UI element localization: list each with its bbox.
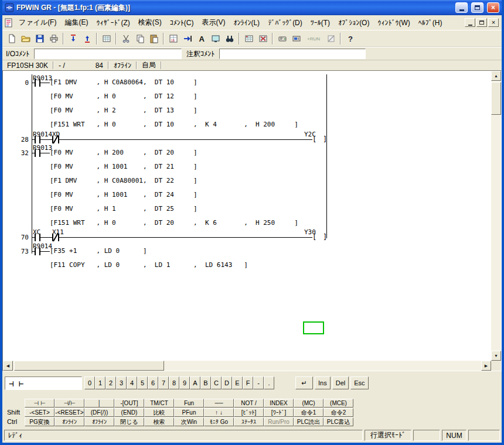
- enter-key[interactable]: ↵: [295, 376, 313, 389]
- function-key[interactable]: 検索: [144, 417, 174, 426]
- ladder-canvas[interactable]: 0 R9013 [F1 DMV , H C0A80064, DT 10 ] [F…: [3, 71, 491, 361]
- io-comment-input[interactable]: [34, 49, 182, 59]
- keypad-key[interactable]: F: [243, 376, 253, 389]
- vertical-scroll-thumb[interactable]: [491, 82, 501, 115]
- instruction[interactable]: [F1 DMV , H C0A80064, DT 10 ]: [50, 78, 197, 87]
- keypad-key[interactable]: .: [264, 376, 274, 389]
- menu-item[interactable]: 編集(E): [60, 15, 92, 30]
- keypad-key[interactable]: 2: [105, 376, 116, 389]
- paste-button[interactable]: [147, 32, 161, 45]
- instruction[interactable]: [F0 MV , H 1001 , DT 24 ]: [50, 191, 197, 199]
- function-key[interactable]: ｵﾌﾗｲﾝ: [84, 417, 114, 426]
- menu-item[interactable]: ｺﾒﾝﾄ(C): [166, 16, 198, 29]
- restore-button[interactable]: [471, 2, 483, 13]
- keypad-key[interactable]: 8: [169, 376, 179, 389]
- scroll-right-button[interactable]: ▶: [481, 361, 491, 371]
- keypad-key[interactable]: E: [232, 376, 243, 389]
- menu-item[interactable]: ｳｨﾝﾄﾞｳ(W): [373, 16, 414, 29]
- function-key[interactable]: 命令2: [323, 408, 353, 417]
- scroll-left-button[interactable]: ◀: [3, 361, 13, 371]
- keypad-key[interactable]: 6: [148, 376, 158, 389]
- keypad-key[interactable]: 1: [95, 376, 105, 389]
- plc-monitor-button[interactable]: [290, 32, 303, 45]
- function-key[interactable]: INDEX: [264, 399, 294, 408]
- keypad-key[interactable]: B: [200, 376, 211, 389]
- function-key[interactable]: (DF(/)): [84, 408, 114, 417]
- function-key[interactable]: TM/CT: [144, 399, 174, 408]
- scroll-down-button[interactable]: ▼: [491, 351, 501, 361]
- vertical-scrollbar[interactable]: ▲ ▼: [491, 71, 501, 361]
- keypad-key[interactable]: -: [253, 376, 264, 389]
- keypad-key[interactable]: 5: [137, 376, 148, 389]
- keypad-key[interactable]: Esc: [350, 376, 368, 389]
- menu-item[interactable]: ｳｨｻﾞｰﾄﾞ(Z): [92, 16, 134, 29]
- menu-item[interactable]: 表示(V): [197, 15, 229, 30]
- function-key[interactable]: PLC書込: [323, 417, 353, 426]
- function-key[interactable]: Fun: [174, 399, 204, 408]
- instruction[interactable]: [F1 DMV , H C0A80001, DT 22 ]: [50, 177, 197, 185]
- jump-button[interactable]: [181, 32, 194, 45]
- open-file-button[interactable]: [19, 32, 32, 45]
- instruction[interactable]: [F0 MV , H 1 , DT 25 ]: [50, 205, 197, 213]
- instruction[interactable]: [F151 WRT , H 0 , DT 20 , K 6 , H 250 ]: [50, 219, 298, 227]
- instruction[interactable]: [F11 COPY , LD 0 , LD 1 , LD 6143 ]: [50, 261, 248, 269]
- function-key[interactable]: ↑ ↓: [204, 408, 234, 417]
- plc-device-button[interactable]: [275, 32, 289, 45]
- menu-item[interactable]: ﾍﾙﾌﾟ(H): [414, 16, 447, 29]
- instruction[interactable]: [F151 WRT , H 0 , DT 10 , K 4 , H 200 ]: [50, 121, 298, 129]
- io-list-button[interactable]: [242, 32, 256, 45]
- menu-item[interactable]: ファイル(F): [15, 15, 60, 30]
- coil-open[interactable]: [: [312, 233, 316, 241]
- instruction[interactable]: [F0 MV , H 200 , DT 20 ]: [50, 149, 197, 157]
- function-key[interactable]: Run/Pro: [264, 417, 294, 426]
- close-button[interactable]: ×: [487, 2, 499, 13]
- mdi-minimize-button[interactable]: [465, 18, 475, 27]
- mdi-restore-button[interactable]: [476, 18, 487, 27]
- help-button[interactable]: ?: [343, 32, 357, 45]
- menu-item[interactable]: ﾂｰﾙ(T): [307, 16, 334, 29]
- function-key[interactable]: [ﾜｰﾄﾞ]: [264, 408, 294, 417]
- function-key[interactable]: NOT /: [234, 399, 264, 408]
- new-file-button[interactable]: [5, 32, 18, 45]
- copy-button[interactable]: [133, 32, 147, 45]
- instruction[interactable]: [F0 MV , H 0 , DT 12 ]: [50, 93, 197, 101]
- io-clear-button[interactable]: [256, 32, 270, 45]
- function-key[interactable]: 次Win: [174, 417, 204, 426]
- function-key[interactable]: ⊣ ⊢: [25, 399, 55, 408]
- function-key[interactable]: 命令1: [294, 408, 323, 417]
- function-key[interactable]: -<RESET>: [55, 408, 84, 417]
- hex-monitor-button[interactable]: 16: [166, 32, 180, 45]
- horizontal-scrollbar[interactable]: ◀ ▶: [3, 361, 491, 371]
- titlebar[interactable]: FPWIN GR - [無題1.fp:1 (画素編集)] ×: [2, 0, 502, 15]
- keypad-key[interactable]: 3: [116, 376, 127, 389]
- comment-edit-button[interactable]: A: [195, 32, 208, 45]
- coil-open[interactable]: [: [312, 135, 316, 143]
- function-key[interactable]: (MC): [294, 399, 323, 408]
- upload-from-plc-button[interactable]: [80, 32, 94, 45]
- function-key[interactable]: -<SET>: [25, 408, 55, 417]
- monitor-stop-button[interactable]: [324, 32, 338, 45]
- keypad-key[interactable]: 4: [127, 376, 137, 389]
- keypad-key[interactable]: 0: [84, 376, 95, 389]
- function-key[interactable]: ｵﾝﾗｲﾝ: [55, 417, 84, 426]
- download-to-plc-button[interactable]: [66, 32, 80, 45]
- function-key[interactable]: PLC読出: [294, 417, 323, 426]
- scroll-up-button[interactable]: ▲: [491, 71, 501, 81]
- coil-close[interactable]: ]: [323, 135, 327, 143]
- note-comment-input[interactable]: [219, 49, 366, 59]
- menu-item[interactable]: 検索(S): [134, 15, 166, 30]
- instruction[interactable]: [F35 +1 , LD 0 ]: [50, 247, 147, 255]
- print-button[interactable]: [47, 32, 60, 45]
- screen-display-button[interactable]: [209, 32, 222, 45]
- menu-item[interactable]: ﾃﾞﾊﾞｯｸﾞ(D): [264, 16, 307, 29]
- keypad-key[interactable]: 9: [179, 376, 190, 389]
- keypad-key[interactable]: A: [190, 376, 200, 389]
- keypad-key[interactable]: Ins: [315, 376, 331, 389]
- function-key[interactable]: (END): [114, 408, 144, 417]
- run-mode-button[interactable]: +RUN: [304, 32, 323, 45]
- keypad-key[interactable]: 7: [158, 376, 169, 389]
- cut-button[interactable]: [119, 32, 132, 45]
- menu-item[interactable]: ｵﾝﾗｲﾝ(L): [229, 16, 264, 29]
- save-file-button[interactable]: [33, 32, 46, 45]
- keypad-key[interactable]: Del: [332, 376, 349, 389]
